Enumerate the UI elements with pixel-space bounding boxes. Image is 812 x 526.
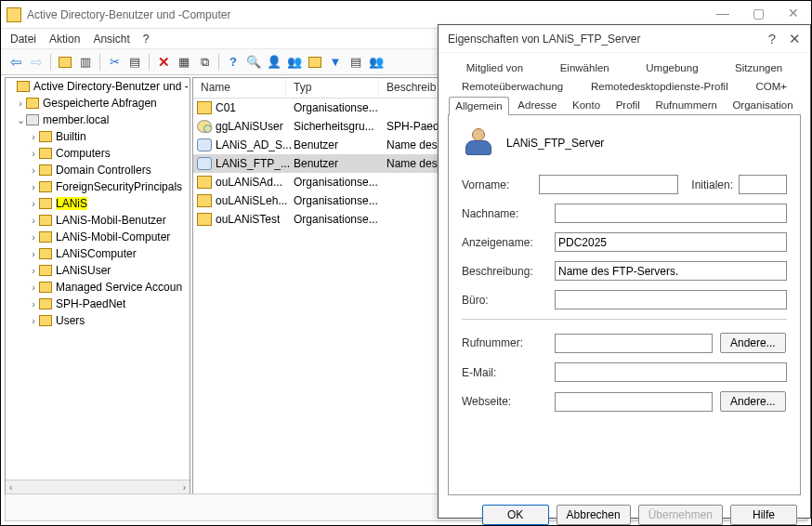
tab-konto[interactable]: Konto	[566, 96, 607, 114]
label-anzeigename: Anzeigename:	[462, 236, 555, 249]
tab-remote-berwachung[interactable]: Remoteüberwachung	[455, 77, 570, 96]
abbrechen-button[interactable]: Abbrechen	[557, 505, 631, 525]
input-rufnummer[interactable]	[555, 334, 713, 353]
tab-rufnummern[interactable]: Rufnummern	[648, 96, 723, 114]
main-title: Active Directory-Benutzer und -Computer	[27, 8, 230, 21]
menu-aktion[interactable]: Aktion	[49, 33, 80, 46]
ou-icon	[197, 176, 212, 189]
find-button[interactable]: 🔍	[244, 53, 263, 72]
tab-mitglied-von[interactable]: Mitglied von	[460, 59, 530, 77]
label-vorname: Vorname:	[462, 178, 539, 191]
tree-item[interactable]: ›Computers	[6, 145, 190, 162]
tab-panel-allgemein: LANiS_FTP_Server Vorname: Initialen: Nac…	[448, 114, 801, 495]
new-ou-button[interactable]	[306, 53, 324, 72]
tree-saved-queries[interactable]: ›Gespeicherte Abfragen	[6, 95, 190, 112]
hilfe-button[interactable]: Hilfe	[730, 505, 797, 525]
label-email: E-Mail:	[462, 366, 555, 379]
tree-item[interactable]: ›LANiS-Mobil-Computer	[6, 229, 190, 245]
label-initialen: Initialen:	[691, 178, 733, 191]
cut-button[interactable]: ✂	[105, 53, 124, 72]
tab-profil[interactable]: Profil	[609, 96, 647, 114]
tab-sitzungen[interactable]: Sitzungen	[728, 59, 789, 77]
ou-icon	[197, 213, 212, 226]
tab-adresse[interactable]: Adresse	[511, 96, 563, 114]
tree-item[interactable]: ›LANiSComputer	[6, 245, 190, 262]
input-buero[interactable]	[555, 290, 787, 309]
menu-datei[interactable]: Datei	[10, 33, 36, 46]
query-button[interactable]: ▤	[347, 53, 365, 72]
tree-item[interactable]: ›Managed Service Accoun	[6, 279, 190, 296]
input-anzeigename[interactable]	[555, 232, 787, 252]
usr-icon	[197, 138, 212, 151]
tab-remotedesktopdienste-profil[interactable]: Remotedesktopdienste-Profil	[584, 77, 735, 96]
tree-item[interactable]: ›LANiS-Mobil-Benutzer	[6, 212, 190, 229]
label-webseite: Webseite:	[462, 395, 555, 408]
tab-organisation[interactable]: Organisation	[726, 96, 799, 114]
filter-button[interactable]: ▼	[326, 53, 345, 72]
delete-button[interactable]: ✕	[154, 53, 173, 72]
properties-button[interactable]: ▦	[175, 53, 193, 72]
label-buero: Büro:	[462, 294, 555, 307]
input-vorname[interactable]	[539, 175, 678, 194]
button-rufnummer-andere[interactable]: Andere...	[720, 333, 786, 353]
app-icon	[7, 7, 21, 22]
label-beschreibung: Beschreibung:	[462, 265, 555, 278]
tree-item[interactable]: ›Domain Controllers	[6, 162, 190, 178]
tree-item[interactable]: ›LANiS	[6, 195, 190, 212]
input-initialen[interactable]	[739, 175, 787, 194]
ok-button[interactable]: OK	[482, 505, 549, 525]
maximize-button[interactable]: ▢	[740, 1, 776, 25]
tree-h-scrollbar[interactable]: ‹›	[6, 480, 190, 494]
tree-item[interactable]: ›Users	[6, 312, 190, 329]
menu-ansicht[interactable]: Ansicht	[93, 33, 129, 46]
button-webseite-andere[interactable]: Andere...	[720, 391, 786, 412]
tab-einw-hlen[interactable]: Einwählen	[554, 59, 616, 77]
minimize-button[interactable]: —	[705, 1, 740, 25]
tab-umgebung[interactable]: Umgebung	[639, 59, 704, 77]
back-button[interactable]: ⇦	[7, 53, 25, 72]
help-button[interactable]: ?	[224, 53, 242, 72]
label-nachname: Nachname:	[462, 207, 555, 220]
usr-icon	[197, 157, 212, 170]
tree-pane[interactable]: Active Directory-Benutzer und - ›Gespeic…	[5, 77, 190, 495]
show-pane-button[interactable]: ▥	[76, 53, 95, 72]
up-button[interactable]	[56, 53, 74, 72]
tab-com-[interactable]: COM+	[750, 77, 794, 96]
object-name: LANiS_FTP_Server	[506, 137, 604, 150]
ou-icon	[197, 194, 212, 207]
new-user-button[interactable]: 👤	[265, 53, 283, 72]
tab-allgemein[interactable]: Allgemein	[449, 97, 509, 115]
close-button[interactable]: ✕	[776, 1, 811, 25]
label-rufnummer: Rufnummer:	[462, 336, 555, 349]
dialog-close-button[interactable]: ✕	[789, 31, 801, 47]
input-email[interactable]	[555, 362, 787, 382]
dialog-help-button[interactable]: ?	[768, 31, 776, 46]
col-typ[interactable]: Typ	[286, 78, 379, 98]
tree-item[interactable]: ›ForeignSecurityPrincipals	[6, 178, 190, 195]
input-webseite[interactable]	[555, 392, 713, 412]
tree-item[interactable]: ›Builtin	[6, 128, 190, 145]
new-group-button[interactable]: 👥	[285, 53, 304, 72]
tree-root[interactable]: Active Directory-Benutzer und -	[6, 78, 190, 95]
copy-button[interactable]: ▤	[125, 53, 144, 72]
col-name[interactable]: Name	[193, 78, 286, 98]
tree-item[interactable]: ›SPH-PaedNet	[6, 296, 190, 312]
input-beschreibung[interactable]	[555, 261, 787, 281]
uebernehmen-button[interactable]: Übernehmen	[638, 505, 723, 525]
refresh-button[interactable]: ⧉	[195, 53, 214, 72]
tree-item[interactable]: ›LANiSUser	[6, 262, 190, 279]
forward-button[interactable]: ⇨	[27, 53, 46, 72]
add-to-group-button[interactable]: 👥	[367, 53, 386, 72]
input-nachname[interactable]	[555, 204, 787, 223]
user-icon	[462, 126, 495, 160]
ou-icon	[197, 101, 212, 114]
tree-domain[interactable]: ⌄member.local	[6, 112, 190, 128]
menu-help[interactable]: ?	[143, 33, 150, 46]
grp-icon	[197, 120, 212, 133]
dialog-title: Eigenschaften von LANiS_FTP_Server	[448, 33, 640, 46]
properties-dialog: Eigenschaften von LANiS_FTP_Server ? ✕ M…	[438, 24, 811, 519]
